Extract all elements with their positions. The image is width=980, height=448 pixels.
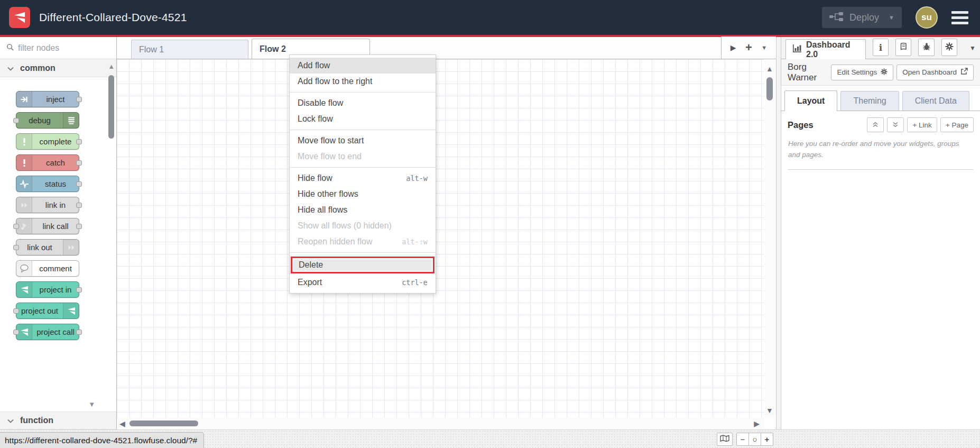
add-page-button[interactable]: + Page	[940, 117, 974, 132]
palette-node-label: link in	[32, 197, 79, 213]
move-up-button[interactable]	[867, 117, 884, 132]
horizontal-scrollbar-thumb[interactable]	[130, 420, 198, 426]
sidebar-menu-caret-icon[interactable]: ▼	[969, 44, 976, 52]
menu-item-export[interactable]: Exportctrl-e	[290, 275, 436, 290]
subtab-client-data[interactable]: Client Data	[902, 91, 969, 111]
pages-title: Pages	[788, 120, 864, 130]
node-port-right[interactable]	[76, 287, 82, 292]
subtab-layout[interactable]: Layout	[784, 90, 837, 111]
palette-category-function[interactable]: function	[0, 412, 116, 429]
node-port-left[interactable]	[13, 308, 19, 314]
tab-flow-1[interactable]: Flow 1	[131, 40, 248, 59]
context-menu-section: Add flowAdd flow to the right	[290, 55, 436, 92]
palette-scroll-up-icon[interactable]: ▲	[108, 62, 115, 70]
palette-node-link-in[interactable]: link in	[16, 197, 79, 213]
node-red-editor: Different-Collared-Dove-4521 Deploy ▼ su	[0, 0, 980, 448]
node-port-right[interactable]	[76, 139, 82, 144]
zoom-out-button[interactable]: −	[736, 433, 749, 446]
tab-scroll-right-icon[interactable]: ▶	[731, 43, 736, 52]
palette-node-link-call[interactable]: link call	[16, 218, 79, 234]
palette-node-label: comment	[32, 261, 79, 276]
open-dashboard-button[interactable]: Open Dashboard	[896, 65, 974, 80]
node-port-right[interactable]	[76, 224, 82, 229]
deploy-caret-icon[interactable]: ▼	[889, 14, 894, 21]
menu-item-shortcut: alt-w	[406, 174, 428, 182]
flowfuse-logo-icon	[9, 7, 30, 28]
context-menu-section: Move flow to startMove flow to end	[290, 130, 436, 167]
menu-item-label: Move flow to end	[298, 152, 362, 161]
node-port-right[interactable]	[76, 330, 82, 335]
menu-item-hide-flow[interactable]: Hide flowalt-w	[290, 170, 436, 186]
palette-node-inject[interactable]: inject	[16, 91, 79, 107]
exclamation-icon	[16, 134, 32, 149]
palette-node-project-in[interactable]: project in	[16, 281, 79, 298]
tab-list-caret-icon[interactable]: ▼	[761, 44, 767, 51]
palette-scroll-down-icon[interactable]: ▼	[88, 400, 95, 408]
palette-node-project-out[interactable]: project out	[16, 303, 79, 319]
zoom-in-button[interactable]: +	[761, 433, 773, 446]
node-port-left[interactable]	[13, 224, 19, 229]
map-icon	[720, 435, 729, 444]
link-arrow-icon	[16, 197, 32, 213]
palette-node-label: inject	[32, 92, 79, 107]
node-port-left[interactable]	[13, 245, 19, 250]
scroll-down-icon[interactable]: ▼	[766, 406, 773, 415]
config-tab-button[interactable]	[941, 39, 957, 56]
zoom-reset-button[interactable]: ○	[748, 433, 761, 446]
menu-item-lock-flow[interactable]: Lock flow	[290, 111, 436, 127]
navigator-button[interactable]	[717, 433, 733, 446]
subtab-theming[interactable]: Theming	[840, 91, 899, 111]
flow-canvas[interactable]	[117, 59, 764, 418]
vertical-scrollbar-thumb[interactable]	[766, 77, 773, 100]
deploy-button[interactable]: Deploy ▼	[822, 7, 902, 28]
debug-list-icon	[63, 113, 79, 128]
palette-node-label: status	[32, 176, 79, 191]
info-tab-button[interactable]: i	[873, 39, 889, 56]
palette-node-complete[interactable]: complete	[16, 133, 79, 150]
sidebar-resizer[interactable]	[776, 37, 781, 448]
link-arrow-icon	[63, 240, 79, 255]
node-port-right[interactable]	[76, 203, 82, 208]
scroll-up-icon[interactable]: ▲	[766, 65, 773, 73]
menu-item-move-flow-to-start[interactable]: Move flow to start	[290, 133, 436, 149]
palette-node-debug[interactable]: debug	[16, 112, 79, 129]
canvas-vertical-scrollbar[interactable]: ▲ ▼	[764, 59, 776, 418]
node-port-left[interactable]	[13, 330, 19, 335]
scroll-right-icon[interactable]: ▶	[754, 419, 760, 428]
move-down-button[interactable]	[887, 117, 904, 132]
menu-item-add-flow-to-the-right[interactable]: Add flow to the right	[290, 74, 436, 89]
palette-node-link-out[interactable]: link out	[16, 239, 79, 255]
gear-icon	[881, 68, 887, 77]
palette-node-status[interactable]: status	[16, 176, 79, 192]
add-link-button[interactable]: + Link	[907, 117, 937, 132]
node-port-right[interactable]	[76, 160, 82, 166]
menu-item-add-flow[interactable]: Add flow	[290, 58, 436, 74]
palette-category-common[interactable]: common	[0, 59, 116, 77]
bug-icon	[922, 42, 931, 53]
canvas-horizontal-scrollbar[interactable]: ◀ ▶	[117, 418, 764, 429]
debug-tab-button[interactable]	[918, 39, 934, 56]
menu-item-disable-flow[interactable]: Disable flow	[290, 95, 436, 111]
help-tab-button[interactable]	[895, 39, 911, 56]
palette-node-project-call[interactable]: project call	[16, 324, 79, 340]
menu-item-hide-other-flows[interactable]: Hide other flows	[290, 186, 436, 202]
user-avatar[interactable]: su	[916, 6, 938, 29]
tab-dashboard-2[interactable]: Dashboard 2.0	[785, 39, 866, 59]
menu-item-hide-all-flows[interactable]: Hide all flows	[290, 202, 436, 218]
menu-item-label: Disable flow	[298, 98, 343, 108]
palette-node-comment[interactable]: comment	[16, 260, 79, 277]
context-menu-section: DeleteExportctrl-e	[290, 252, 436, 293]
palette-filter-input[interactable]	[18, 43, 97, 53]
add-flow-button[interactable]: +	[745, 42, 752, 53]
main-menu-icon[interactable]	[951, 11, 968, 24]
node-port-right[interactable]	[76, 181, 82, 187]
scroll-left-icon[interactable]: ◀	[119, 419, 125, 428]
menu-item-label: Hide flow	[298, 173, 332, 183]
edit-settings-button[interactable]: Edit Settings	[831, 65, 893, 80]
palette-node-catch[interactable]: catch	[16, 154, 79, 171]
menu-item-delete[interactable]: Delete	[291, 257, 434, 273]
node-port-left[interactable]	[13, 118, 19, 123]
palette-node-list: injectdebugcompletecatchstatuslink inlin…	[0, 77, 116, 340]
palette-scrollbar-thumb[interactable]	[108, 75, 114, 139]
node-port-right[interactable]	[76, 97, 82, 102]
